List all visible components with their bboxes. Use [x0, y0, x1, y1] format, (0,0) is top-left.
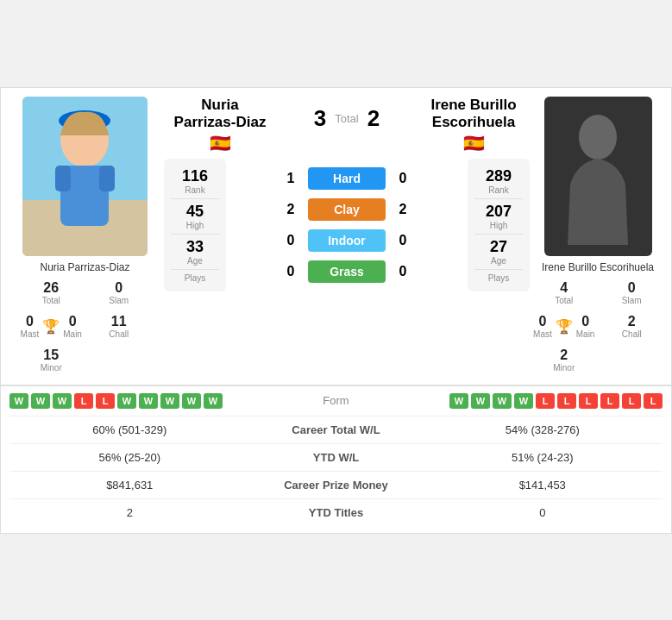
grass-score1: 0 — [282, 264, 299, 279]
p2-rank-val: 289 — [474, 167, 523, 185]
stats-row-2: 56% (25-20) YTD W/L 51% (24-23) — [9, 443, 663, 471]
stat3-val2: $141,453 — [423, 471, 663, 498]
p2-form-9: L — [622, 393, 641, 409]
player2-stat-panel: 289 Rank 207 High 27 Age Plays — [468, 159, 530, 291]
player2-slam: 0 Slam — [599, 277, 665, 309]
player2-minor: 2 Minor — [531, 344, 598, 376]
clay-score1: 2 — [282, 202, 299, 217]
trophy-icon-left: 🏆 — [42, 318, 60, 335]
stat2-val2: 51% (24-23) — [423, 443, 663, 471]
player1-name-main: NuriaParrizas-Diaz — [164, 97, 276, 132]
p1-form-4: L — [74, 393, 93, 409]
player1-slam: 0 Slam — [86, 277, 153, 309]
player2-chall: 2 Chall — [599, 310, 665, 342]
svg-rect-6 — [55, 166, 71, 191]
total-label: Total — [335, 112, 358, 125]
player1-mast: 0 Mast 🏆 0 Main — [18, 310, 85, 342]
indoor-score2: 0 — [394, 233, 411, 248]
p1-form-1: W — [9, 393, 28, 409]
hard-score2: 0 — [394, 171, 411, 186]
clay-score2: 2 — [394, 202, 411, 217]
p2-form-7: L — [579, 393, 598, 409]
player1-chall: 11 Chall — [86, 310, 153, 342]
player1-minor: 15 Minor — [18, 344, 85, 376]
p2-form-3: W — [493, 393, 512, 409]
p1-age-val: 33 — [171, 238, 219, 256]
stats-row-4: 2 YTD Titles 0 — [9, 498, 663, 526]
trophy-icon-right: 🏆 — [556, 318, 573, 335]
grass-btn[interactable]: Grass — [308, 260, 386, 283]
stat2-label: YTD W/L — [250, 443, 423, 471]
p2-rank-lbl: Rank — [474, 185, 523, 195]
player2-column: Irene Burillo Escorihuela 4 Total 0 Slam… — [533, 97, 663, 376]
p2-form-8: L — [600, 393, 619, 409]
surface-grass-row: 0 Grass 0 — [229, 260, 464, 283]
hard-score1: 1 — [282, 171, 299, 186]
player2-name-main: Irene BurilloEscorihuela — [418, 97, 530, 132]
p2-form-4: W — [514, 393, 533, 409]
stats-table: 60% (501-329) Career Total W/L 54% (328-… — [9, 416, 663, 526]
p1-plays-lbl: Plays — [171, 273, 219, 283]
stat4-label: YTD Titles — [250, 498, 423, 526]
p2-form-10: L — [644, 393, 663, 409]
player2-form: W W W W L L L L L L — [449, 393, 663, 409]
stat4-val2: 0 — [423, 498, 663, 526]
stats-row-3: $841,631 Career Prize Money $141,453 — [9, 471, 663, 498]
grass-score2: 0 — [394, 264, 411, 279]
surface-clay-row: 2 Clay 2 — [229, 198, 464, 221]
p2-form-6: L — [557, 393, 576, 409]
player1-column: Nuria Parrizas-Diaz 26 Total 0 Slam 0 Ma… — [9, 97, 160, 376]
player2-photo — [544, 97, 652, 256]
p2-form-1: W — [449, 393, 468, 409]
player1-total: 26 Total — [18, 277, 85, 309]
player1-form: W W W L L W W W W W — [9, 393, 223, 409]
p1-rank-val: 116 — [171, 167, 219, 185]
form-row: W W W L L W W W W W Form W W W W L L L L — [9, 393, 663, 409]
p2-plays-lbl: Plays — [474, 273, 523, 283]
surfaces-panel: 1 Hard 0 2 Clay 2 0 Indoor 0 — [229, 159, 464, 291]
p2-age-lbl: Age — [474, 256, 523, 266]
stat1-val1: 60% (501-329) — [9, 416, 250, 443]
p2-high-val: 207 — [474, 203, 523, 221]
clay-btn[interactable]: Clay — [308, 198, 386, 221]
p1-form-2: W — [31, 393, 50, 409]
stat1-val2: 54% (328-276) — [423, 416, 663, 443]
hard-btn[interactable]: Hard — [308, 167, 386, 190]
p1-form-3: W — [53, 393, 72, 409]
indoor-score1: 0 — [282, 233, 299, 248]
p1-rank-lbl: Rank — [171, 185, 219, 195]
p2-age-val: 27 — [474, 238, 523, 256]
player1-stat-panel: 116 Rank 45 High 33 Age Plays — [164, 159, 226, 291]
player1-flag: 🇪🇸 — [164, 133, 276, 153]
stat3-label: Career Prize Money — [250, 471, 423, 498]
stats-row-1: 60% (501-329) Career Total W/L 54% (328-… — [9, 416, 663, 443]
surface-indoor-row: 0 Indoor 0 — [229, 229, 464, 252]
p1-age-lbl: Age — [171, 256, 219, 266]
p2-form-2: W — [471, 393, 490, 409]
bottom-section: W W W L L W W W W W Form W W W W L L L L — [1, 385, 671, 533]
p2-high-lbl: High — [474, 221, 523, 230]
svg-rect-7 — [99, 166, 115, 191]
player1-name-below: Nuria Parrizas-Diaz — [40, 261, 129, 273]
player2-flag: 🇪🇸 — [418, 133, 530, 153]
player2-name-below: Irene Burillo Escorihuela — [542, 261, 654, 273]
p1-form-7: W — [139, 393, 158, 409]
stat3-val1: $841,631 — [9, 471, 250, 498]
stat1-label: Career Total W/L — [250, 416, 423, 443]
p1-form-5: L — [96, 393, 115, 409]
p1-high-lbl: High — [171, 221, 219, 230]
p1-form-8: W — [160, 393, 179, 409]
stat4-val1: 2 — [9, 498, 250, 526]
score2: 2 — [367, 105, 380, 132]
score1: 3 — [314, 105, 326, 132]
stat2-val1: 56% (25-20) — [9, 443, 250, 471]
surface-hard-row: 1 Hard 0 — [229, 167, 464, 190]
p1-high-val: 45 — [171, 203, 219, 221]
player1-photo — [22, 97, 148, 256]
total-score: 3 Total 2 — [314, 97, 380, 132]
p2-form-5: L — [536, 393, 555, 409]
center-section: NuriaParrizas-Diaz 🇪🇸 3 Total 2 Irene Bu… — [164, 97, 530, 376]
form-label: Form — [323, 394, 349, 407]
indoor-btn[interactable]: Indoor — [308, 229, 386, 252]
player2-total: 4 Total — [531, 277, 598, 309]
